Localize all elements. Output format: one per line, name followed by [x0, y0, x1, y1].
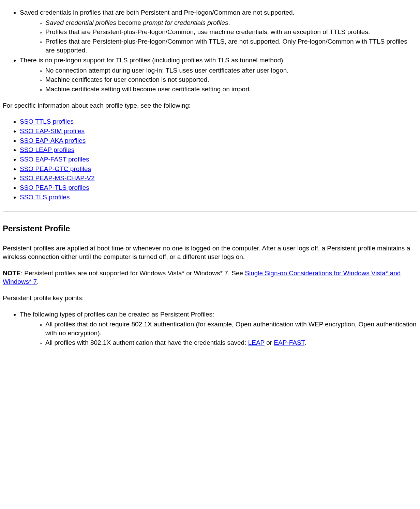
list-item: SSO EAP-SIM profiles — [20, 127, 417, 136]
body-text: No connection attempt during user log-in… — [45, 67, 289, 74]
note-after: . — [37, 278, 39, 285]
list-item: SSO PEAP-TLS profiles — [20, 183, 417, 192]
intro-paragraph: For specific information about each prof… — [3, 101, 417, 110]
sso-eap-sim-link[interactable]: SSO EAP-SIM profiles — [20, 127, 85, 135]
eap-fast-link[interactable]: EAP-FAST — [274, 339, 304, 346]
sso-peap-tls-link[interactable]: SSO PEAP-TLS profiles — [20, 184, 89, 191]
list-item: Profiles that are Persistent-plus-Pre-lo… — [45, 28, 417, 36]
body-text: or — [265, 339, 274, 346]
list-item: SSO LEAP profiles — [20, 145, 417, 154]
list-item: SSO TLS profiles — [20, 193, 417, 202]
leap-link[interactable]: LEAP — [248, 339, 265, 346]
body-text: Machine certificate setting will become … — [45, 86, 251, 93]
list-item: There is no pre-logon support for TLS pr… — [20, 56, 417, 94]
persistent-description: Persistent profiles are applied at boot … — [3, 244, 417, 261]
key-points-list: The following types of profiles can be c… — [3, 310, 417, 347]
list-item: All profiles that do not require 802.1X … — [45, 320, 417, 337]
sso-leap-link[interactable]: SSO LEAP profiles — [20, 146, 74, 153]
persistent-profile-heading: Persistent Profile — [3, 223, 417, 234]
list-item: SSO PEAP-MS-CHAP-V2 — [20, 174, 417, 183]
list-item: Machine certificate setting will become … — [45, 85, 417, 94]
body-text: . — [304, 339, 306, 346]
list-item: The following types of profiles can be c… — [20, 310, 417, 347]
body-text: All profiles that do not require 802.1X … — [45, 321, 417, 337]
note-label: NOTE — [3, 269, 21, 277]
list-item: Profiles that are Persistent-plus-Pre-lo… — [45, 37, 417, 55]
body-text: Saved credentials in profiles that are b… — [20, 9, 295, 16]
list-item: Machine certificates for user connection… — [45, 75, 417, 84]
divider — [3, 212, 417, 212]
sso-ttls-link[interactable]: SSO TTLS profiles — [20, 118, 74, 125]
sub-list: No connection attempt during user log-in… — [20, 66, 417, 94]
list-item: All profiles with 802.1X authentication … — [45, 338, 417, 347]
list-item: Saved credentials in profiles that are b… — [20, 8, 417, 55]
sso-eap-aka-link[interactable]: SSO EAP-AKA profiles — [20, 137, 86, 144]
top-bullet-list: Saved credentials in profiles that are b… — [3, 8, 417, 94]
sso-link-list: SSO TTLS profiles SSO EAP-SIM profiles S… — [3, 117, 417, 201]
body-text: Machine certificates for user connection… — [45, 76, 209, 83]
body-text: . — [228, 19, 230, 26]
sub-list: All profiles that do not require 802.1X … — [20, 320, 417, 347]
italic-text: prompt for credentials profiles — [143, 19, 228, 26]
body-text: There is no pre-logon support for TLS pr… — [20, 57, 285, 64]
body-text: Profiles that are Persistent-plus-Pre-lo… — [45, 28, 370, 35]
list-item: SSO EAP-FAST profiles — [20, 155, 417, 164]
sso-tls-link[interactable]: SSO TLS profiles — [20, 194, 70, 201]
list-item: Saved credential profiles become prompt … — [45, 18, 417, 27]
note-text: : Persistent profiles are not supported … — [21, 269, 245, 277]
list-item: SSO EAP-AKA profiles — [20, 136, 417, 145]
sso-eap-fast-link[interactable]: SSO EAP-FAST profiles — [20, 156, 89, 163]
body-text: The following types of profiles can be c… — [20, 311, 214, 318]
persistent-note: NOTE: Persistent profiles are not suppor… — [3, 269, 417, 286]
body-text: All profiles with 802.1X authentication … — [45, 339, 248, 346]
list-item: No connection attempt during user log-in… — [45, 66, 417, 75]
body-text: Profiles that are Persistent-plus-Pre-lo… — [45, 38, 407, 54]
sso-peap-gtc-link[interactable]: SSO PEAP-GTC profiles — [20, 165, 91, 172]
list-item: SSO PEAP-GTC profiles — [20, 165, 417, 173]
key-points-intro: Persistent profile key points: — [3, 294, 417, 303]
italic-text: Saved credential profiles — [45, 19, 116, 26]
body-text: become — [116, 19, 143, 26]
sub-list: Saved credential profiles become prompt … — [20, 18, 417, 55]
list-item: SSO TTLS profiles — [20, 117, 417, 126]
sso-peap-mschapv2-link[interactable]: SSO PEAP-MS-CHAP-V2 — [20, 174, 95, 182]
